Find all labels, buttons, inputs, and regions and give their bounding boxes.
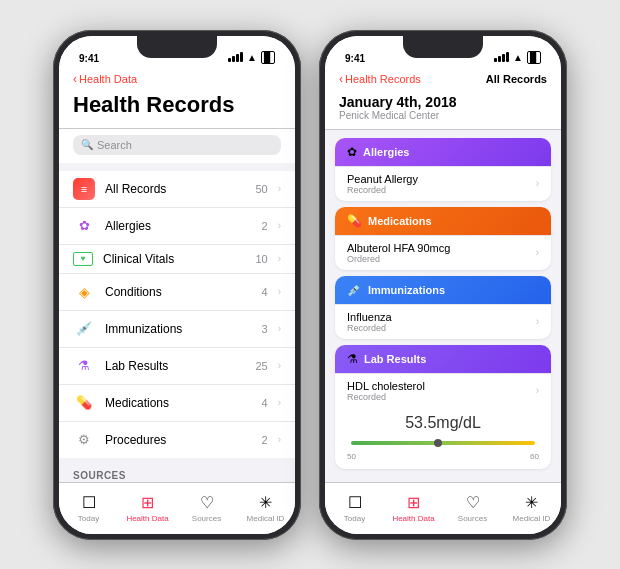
conditions-icon: ◈ <box>73 281 95 303</box>
hdl-name: HDL cholesterol <box>347 380 425 392</box>
wifi-icon-right: ▲ <box>513 52 523 63</box>
tab-medical-id-left[interactable]: ✳ Medical ID <box>236 493 295 523</box>
page-title: Health Records <box>73 92 281 118</box>
back-button-left[interactable]: ‹ Health Data <box>73 72 137 86</box>
search-bar: 🔍 Search <box>59 129 295 163</box>
allergies-icon: ✿ <box>73 215 95 237</box>
allergies-card-header: ✿ Allergies <box>335 138 551 166</box>
immunizations-card: 💉 Immunizations Influenza Recorded › <box>335 276 551 339</box>
nav-back-left: ‹ Health Data <box>59 68 295 88</box>
vitals-icon: ♥ <box>73 252 93 266</box>
influenza-status: Recorded <box>347 323 392 333</box>
albuterol-row[interactable]: Albuterol HFA 90mcg Ordered › <box>335 235 551 270</box>
albuterol-status: Ordered <box>347 254 450 264</box>
medications-label: Medications <box>105 396 252 410</box>
allergies-count: 2 <box>262 220 268 232</box>
battery-icon-right: ▊ <box>527 51 541 64</box>
lab-bar-bg <box>351 441 535 445</box>
list-item-lab[interactable]: ⚗ Lab Results 25 › <box>59 348 295 385</box>
lab-icon: ⚗ <box>73 355 95 377</box>
list-item-allergies[interactable]: ✿ Allergies 2 › <box>59 208 295 245</box>
chevron-left-icon-right: ‹ <box>339 72 343 86</box>
medications-header-icon: 💊 <box>347 214 362 228</box>
records-scroll: ✿ Allergies Peanut Allergy Recorded › <box>325 130 561 482</box>
screen-left: ‹ Health Data Health Records 🔍 Search ≡ <box>59 68 295 482</box>
list-item-vitals[interactable]: ♥ Clinical Vitals 10 › <box>59 245 295 274</box>
procedures-chevron-icon: › <box>278 434 281 445</box>
today-tab-icon-right: ☐ <box>348 493 362 512</box>
immunizations-header-icon: 💉 <box>347 283 362 297</box>
hdl-row[interactable]: HDL cholesterol Recorded › <box>335 373 551 408</box>
today-tab-label: Today <box>78 514 99 523</box>
procedures-icon: ⚙ <box>73 429 95 451</box>
conditions-chevron-icon: › <box>278 286 281 297</box>
lab-count: 25 <box>255 360 267 372</box>
medications-icon: 💊 <box>73 392 95 414</box>
health-data-tab-icon: ⊞ <box>141 493 154 512</box>
search-placeholder: Search <box>97 139 132 151</box>
tab-sources-left[interactable]: ♡ Sources <box>177 493 236 523</box>
vitals-label: Clinical Vitals <box>103 252 245 266</box>
peanut-allergy-row[interactable]: Peanut Allergy Recorded › <box>335 166 551 201</box>
tab-today-left[interactable]: ☐ Today <box>59 493 118 523</box>
immunizations-chevron-icon: › <box>278 323 281 334</box>
all-records-icon: ≡ <box>73 178 95 200</box>
influenza-row[interactable]: Influenza Recorded › <box>335 304 551 339</box>
sources-tab-icon-right: ♡ <box>466 493 480 512</box>
lab-header-label: Lab Results <box>364 353 426 365</box>
tab-health-data-left[interactable]: ⊞ Health Data <box>118 493 177 523</box>
peanut-allergy-info: Peanut Allergy Recorded <box>347 173 418 195</box>
health-data-tab-label-right: Health Data <box>392 514 434 523</box>
lab-min: 50 <box>347 452 356 461</box>
lab-scale <box>351 436 535 450</box>
date-sub: Penick Medical Center <box>339 110 547 121</box>
medications-header-label: Medications <box>368 215 432 227</box>
time-left: 9:41 <box>79 53 99 64</box>
allergies-card: ✿ Allergies Peanut Allergy Recorded › <box>335 138 551 201</box>
hdl-status: Recorded <box>347 392 425 402</box>
medications-card: 💊 Medications Albuterol HFA 90mcg Ordere… <box>335 207 551 270</box>
peanut-allergy-chevron-icon: › <box>536 178 539 189</box>
tab-today-right[interactable]: ☐ Today <box>325 493 384 523</box>
list-item-conditions[interactable]: ◈ Conditions 4 › <box>59 274 295 311</box>
tab-health-data-right[interactable]: ⊞ Health Data <box>384 493 443 523</box>
status-icons-left: ▲ ▊ <box>228 51 275 64</box>
hdl-chevron-icon: › <box>536 385 539 396</box>
tab-sources-right[interactable]: ♡ Sources <box>443 493 502 523</box>
lab-label: Lab Results <box>105 359 245 373</box>
lab-chevron-icon: › <box>278 360 281 371</box>
medications-card-header: 💊 Medications <box>335 207 551 235</box>
page-title-area: Health Records <box>59 88 295 129</box>
tab-bar-right: ☐ Today ⊞ Health Data ♡ Sources ✳ Medica… <box>325 482 561 534</box>
today-tab-label-right: Today <box>344 514 365 523</box>
tab-bar-left: ☐ Today ⊞ Health Data ♡ Sources ✳ Medica… <box>59 482 295 534</box>
chevron-left-icon: ‹ <box>73 72 77 86</box>
conditions-label: Conditions <box>105 285 252 299</box>
allergies-header-label: Allergies <box>363 146 409 158</box>
allergies-label: Allergies <box>105 219 252 233</box>
lab-header-icon: ⚗ <box>347 352 358 366</box>
allergies-header-icon: ✿ <box>347 145 357 159</box>
immunizations-icon: 💉 <box>73 318 95 340</box>
lab-chart: 53.5mg/dL 50 60 <box>335 408 551 469</box>
list-item-immunizations[interactable]: 💉 Immunizations 3 › <box>59 311 295 348</box>
albuterol-name: Albuterol HFA 90mcg <box>347 242 450 254</box>
sources-header: SOURCES <box>59 458 295 482</box>
tab-medical-id-right[interactable]: ✳ Medical ID <box>502 493 561 523</box>
search-input-wrapper[interactable]: 🔍 Search <box>73 135 281 155</box>
signal-icon-right <box>494 52 509 62</box>
medical-id-tab-icon: ✳ <box>259 493 272 512</box>
wifi-icon: ▲ <box>247 52 257 63</box>
peanut-allergy-status: Recorded <box>347 185 418 195</box>
lab-card-header: ⚗ Lab Results <box>335 345 551 373</box>
right-phone: 9:41 ▲ ▊ ‹ Health Records All Records <box>319 30 567 540</box>
list-item-medications[interactable]: 💊 Medications 4 › <box>59 385 295 422</box>
albuterol-info: Albuterol HFA 90mcg Ordered <box>347 242 450 264</box>
all-records-chevron-icon: › <box>278 183 281 194</box>
list-item-procedures[interactable]: ⚙ Procedures 2 › <box>59 422 295 458</box>
back-button-right[interactable]: ‹ Health Records <box>339 72 421 86</box>
immunizations-label: Immunizations <box>105 322 252 336</box>
vitals-count: 10 <box>255 253 267 265</box>
list-item-all[interactable]: ≡ All Records 50 › <box>59 171 295 208</box>
health-data-tab-label: Health Data <box>126 514 168 523</box>
